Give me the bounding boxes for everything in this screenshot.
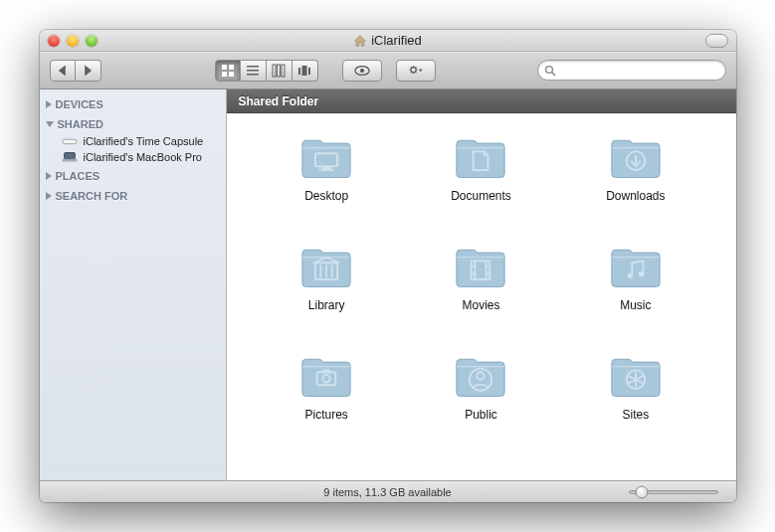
action-menu-button[interactable] bbox=[396, 60, 436, 82]
svg-rect-8 bbox=[278, 65, 281, 77]
timecapsule-icon bbox=[62, 135, 78, 147]
folder-name: Desktop bbox=[304, 189, 348, 203]
svg-point-45 bbox=[639, 271, 645, 277]
titlebar: iClarified bbox=[40, 30, 736, 52]
svg-rect-26 bbox=[62, 139, 76, 143]
svg-rect-31 bbox=[319, 169, 334, 171]
svg-rect-4 bbox=[247, 66, 259, 68]
svg-line-22 bbox=[415, 67, 416, 68]
disclosure-triangle-icon bbox=[46, 100, 52, 108]
sidebar-section-shared[interactable]: SHARED bbox=[40, 115, 226, 133]
sidebar: DEVICES SHARED iClarified's Time Capsule… bbox=[40, 89, 227, 480]
svg-line-25 bbox=[551, 72, 554, 75]
main-pane: Shared Folder Desktop Documents Download… bbox=[227, 89, 736, 480]
slider-knob[interactable] bbox=[635, 485, 648, 498]
folder-item[interactable]: Music bbox=[563, 241, 707, 350]
svg-rect-12 bbox=[308, 68, 310, 75]
toolbar-toggle-button[interactable] bbox=[705, 34, 728, 48]
svg-rect-2 bbox=[222, 72, 227, 77]
sidebar-section-label: SHARED bbox=[58, 118, 103, 130]
search-input[interactable] bbox=[560, 65, 719, 77]
folder-item[interactable]: Movies bbox=[409, 241, 553, 350]
quicklook-button[interactable] bbox=[342, 60, 382, 82]
search-icon bbox=[544, 65, 556, 77]
sidebar-section-searchfor[interactable]: SEARCH FOR bbox=[40, 187, 226, 205]
folder-name: Documents bbox=[451, 189, 511, 203]
sidebar-item-label: iClarified's MacBook Pro bbox=[84, 151, 202, 163]
sidebar-item-timecapsule[interactable]: iClarified's Time Capsule bbox=[40, 133, 226, 149]
icon-view-button[interactable] bbox=[215, 60, 241, 82]
svg-point-24 bbox=[545, 66, 552, 73]
status-bar: 9 items, 11.3 GB available bbox=[40, 480, 736, 502]
disclosure-triangle-icon bbox=[46, 172, 52, 180]
svg-point-14 bbox=[359, 68, 363, 72]
close-button[interactable] bbox=[48, 35, 60, 47]
folder-item[interactable]: Desktop bbox=[255, 131, 399, 241]
folder-item[interactable]: Documents bbox=[409, 131, 553, 241]
svg-rect-7 bbox=[273, 65, 276, 77]
svg-rect-1 bbox=[229, 65, 234, 70]
list-view-button[interactable] bbox=[241, 60, 267, 82]
svg-rect-30 bbox=[322, 166, 331, 169]
svg-rect-5 bbox=[247, 70, 259, 72]
folder-name: Music bbox=[620, 298, 651, 312]
sidebar-item-label: iClarified's Time Capsule bbox=[84, 135, 204, 147]
svg-rect-0 bbox=[222, 65, 227, 70]
sidebar-section-devices[interactable]: DEVICES bbox=[40, 95, 226, 113]
svg-rect-3 bbox=[229, 72, 234, 77]
disclosure-triangle-icon bbox=[46, 192, 52, 200]
folder-name: Downloads bbox=[606, 189, 665, 203]
sidebar-section-label: PLACES bbox=[56, 170, 100, 182]
svg-rect-48 bbox=[322, 370, 329, 374]
finder-window: iClarified bbox=[40, 30, 736, 502]
folder-item[interactable]: Library bbox=[255, 241, 399, 350]
folder-name: Library bbox=[308, 298, 345, 312]
sidebar-section-label: DEVICES bbox=[56, 98, 103, 110]
folder-name: Sites bbox=[622, 408, 649, 422]
home-icon bbox=[353, 34, 367, 48]
back-button[interactable] bbox=[50, 60, 76, 82]
svg-rect-10 bbox=[298, 68, 300, 75]
folder-item[interactable]: Downloads bbox=[563, 131, 707, 241]
svg-point-44 bbox=[627, 273, 633, 279]
forward-button[interactable] bbox=[76, 60, 101, 82]
svg-rect-27 bbox=[64, 153, 75, 159]
window-title-text: iClarified bbox=[371, 33, 422, 48]
coverflow-view-button[interactable] bbox=[292, 60, 318, 82]
nav-buttons bbox=[50, 60, 101, 82]
toolbar bbox=[40, 52, 736, 89]
svg-line-23 bbox=[410, 72, 411, 73]
folder-name: Movies bbox=[462, 298, 499, 312]
folder-name: Pictures bbox=[304, 408, 347, 422]
body: DEVICES SHARED iClarified's Time Capsule… bbox=[40, 89, 736, 480]
sidebar-item-macbook[interactable]: iClarified's MacBook Pro bbox=[40, 149, 226, 165]
svg-line-21 bbox=[415, 72, 416, 73]
macbook-icon bbox=[62, 151, 78, 163]
sidebar-section-label: SEARCH FOR bbox=[56, 190, 128, 202]
zoom-button[interactable] bbox=[86, 35, 97, 47]
window-title: iClarified bbox=[40, 33, 736, 48]
minimize-button[interactable] bbox=[67, 35, 79, 47]
status-text: 9 items, 11.3 GB available bbox=[323, 486, 451, 498]
svg-rect-9 bbox=[282, 65, 285, 77]
sidebar-section-places[interactable]: PLACES bbox=[40, 167, 226, 185]
folder-grid: Desktop Documents Downloads Library Movi… bbox=[227, 113, 736, 480]
svg-rect-11 bbox=[302, 66, 307, 76]
disclosure-triangle-icon bbox=[46, 121, 54, 127]
location-header-label: Shared Folder bbox=[239, 94, 319, 108]
column-view-button[interactable] bbox=[267, 60, 292, 82]
svg-line-20 bbox=[410, 67, 411, 68]
search-field[interactable] bbox=[537, 60, 726, 81]
icon-size-slider[interactable] bbox=[629, 490, 718, 494]
svg-rect-28 bbox=[62, 159, 76, 161]
svg-point-15 bbox=[411, 67, 416, 72]
svg-rect-6 bbox=[247, 74, 259, 76]
folder-item[interactable]: Public bbox=[409, 350, 553, 459]
folder-name: Public bbox=[465, 408, 497, 422]
location-header: Shared Folder bbox=[227, 89, 736, 113]
folder-item[interactable]: Pictures bbox=[255, 350, 399, 459]
folder-item[interactable]: Sites bbox=[563, 350, 707, 459]
view-buttons bbox=[215, 60, 318, 82]
traffic-lights bbox=[48, 35, 97, 47]
